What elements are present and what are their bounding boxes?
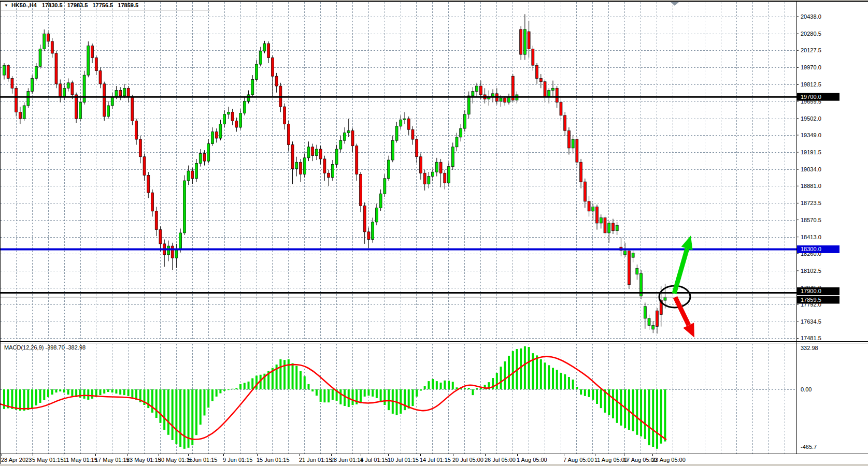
candle-up — [460, 128, 462, 137]
macd-histogram-bar — [79, 389, 81, 398]
candle-down — [363, 206, 366, 231]
macd-histogram-bar — [476, 388, 478, 389]
macd-histogram-bar — [279, 359, 281, 389]
candle-up — [67, 83, 69, 89]
candle-up — [391, 140, 394, 160]
macd-histogram-bar — [532, 353, 534, 389]
candle-down — [15, 88, 18, 112]
macd-histogram-bar — [496, 373, 498, 389]
macd-histogram-bar — [440, 383, 442, 389]
macd-histogram-bar — [416, 389, 418, 397]
macd-histogram-bar — [191, 389, 193, 445]
candle-down — [267, 43, 270, 57]
macd-histogram-bar — [636, 389, 638, 435]
candle-up — [632, 253, 634, 257]
macd-histogram-bar — [311, 389, 314, 391]
macd-histogram-bar — [7, 389, 9, 409]
candle-up — [87, 46, 90, 75]
candle-up — [636, 268, 638, 274]
candle-up — [207, 144, 210, 162]
candle-down — [367, 232, 370, 240]
candle-down — [544, 82, 546, 97]
candle-up — [307, 147, 310, 158]
price-axis-label: 19812.5 — [801, 81, 821, 88]
macd-histogram-bar — [448, 381, 450, 389]
candle-down — [287, 124, 290, 145]
candle-down — [91, 46, 94, 57]
chart-canvas[interactable]: 20438.020280.520127.519970.019812.519659… — [0, 0, 868, 466]
time-axis-label: 23 Aug 05:00 — [652, 457, 686, 463]
time-axis-label: 28 Jun 01:15 — [331, 457, 364, 463]
macd-histogram-bar — [316, 389, 318, 396]
macd-histogram-bar — [255, 376, 258, 389]
macd-histogram-bar — [31, 389, 33, 409]
macd-histogram-bar — [127, 389, 130, 396]
candle-down — [564, 115, 566, 130]
candle-up — [179, 233, 182, 250]
candle-up — [255, 64, 258, 79]
macd-histogram-bar — [572, 380, 574, 389]
macd-histogram-bar — [464, 388, 466, 389]
candle-down — [628, 251, 630, 285]
macd-histogram-bar — [632, 389, 634, 431]
window-bottom-strip — [0, 464, 868, 466]
candle-down — [328, 173, 330, 177]
price-axis-label: 17481.5 — [801, 335, 821, 341]
macd-histogram-bar — [411, 389, 414, 406]
macd-histogram-bar — [432, 379, 434, 389]
time-axis-label: 23 May 01:15 — [126, 457, 161, 463]
macd-histogram-bar — [235, 388, 237, 389]
candle-down — [576, 139, 578, 162]
candle-up — [239, 113, 242, 127]
macd-histogram-bar — [27, 389, 29, 410]
macd-histogram-bar — [244, 383, 246, 389]
chart-title: ▼ HK50-,H4 17830.5 17983.5 17756.5 17859… — [4, 2, 138, 8]
macd-histogram-bar — [320, 389, 322, 402]
time-axis-label: 17 May 01:15 — [95, 457, 130, 463]
macd-histogram-bar — [364, 389, 366, 397]
macd-histogram-bar — [656, 389, 658, 449]
time-axis-label: 15 Jun 01:15 — [257, 457, 290, 463]
macd-histogram-bar — [644, 389, 646, 439]
candle-up — [616, 225, 618, 231]
candle-down — [596, 207, 599, 223]
price-axis-label: 18102.5 — [801, 268, 821, 274]
candle-up — [183, 181, 186, 233]
candle-up — [259, 51, 262, 64]
candle-down — [611, 223, 614, 231]
candle-up — [456, 137, 458, 147]
candle-down — [171, 246, 174, 258]
macd-histogram-bar — [584, 389, 586, 396]
candle-down — [203, 153, 206, 161]
candle-up — [375, 208, 378, 222]
candle-up — [23, 106, 25, 119]
candle-up — [315, 149, 318, 156]
price-tag-label: 19700.0 — [801, 94, 821, 100]
candle-up — [187, 171, 190, 181]
time-axis-label: 9 Jun 01:15 — [223, 457, 253, 463]
candle-up — [223, 114, 226, 124]
macd-histogram-bar — [600, 389, 602, 408]
symbol-period-label: HK50-,H4 — [11, 2, 37, 8]
candle-up — [476, 86, 478, 92]
candle-down — [275, 76, 278, 86]
candle-up — [395, 126, 398, 140]
candle-down — [319, 149, 322, 159]
candle-down — [416, 139, 418, 157]
candle-down — [355, 146, 358, 174]
macd-histogram-bar — [123, 389, 125, 395]
symbol-dropdown-icon[interactable]: ▼ — [4, 3, 8, 8]
candle-down — [323, 159, 326, 173]
candle-up — [400, 120, 402, 126]
candle-up — [195, 163, 198, 178]
candle-up — [3, 65, 6, 75]
candle-up — [335, 149, 338, 164]
macd-histogram-bar — [512, 351, 514, 389]
candle-up — [35, 66, 37, 78]
candle-up — [43, 34, 46, 49]
macd-histogram-bar — [63, 389, 65, 392]
time-axis-label: 7 Aug 05:00 — [563, 457, 594, 463]
candle-up — [404, 119, 406, 120]
candle-down — [588, 201, 590, 211]
macd-histogram-bar — [588, 389, 590, 397]
